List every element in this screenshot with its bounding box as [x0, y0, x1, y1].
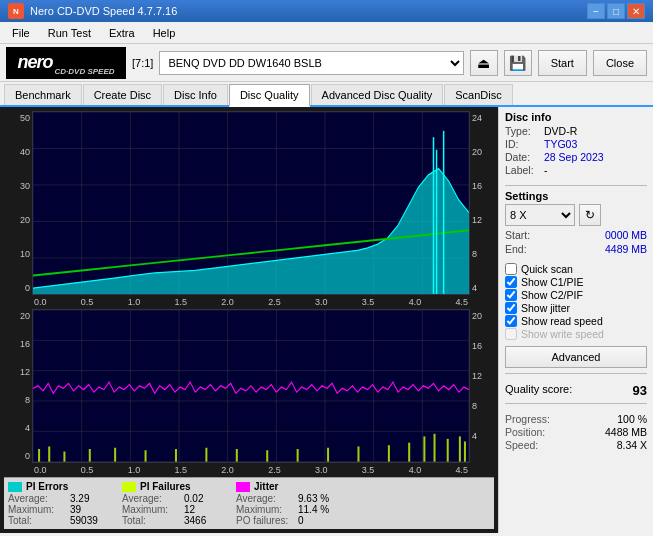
pif-max-value: 12 — [184, 504, 224, 515]
drive-label: [7:1] — [132, 57, 153, 69]
pif-total-value: 3466 — [184, 515, 224, 526]
tab-disc-quality[interactable]: Disc Quality — [229, 84, 310, 107]
show-write-speed-checkbox[interactable] — [505, 328, 517, 340]
pif-total-label: Total: — [122, 515, 184, 526]
pi-avg-label: Average: — [8, 493, 70, 504]
progress-label: Progress: — [505, 413, 550, 425]
show-jitter-label: Show jitter — [521, 302, 570, 314]
id-value: TYG03 — [544, 138, 577, 150]
save-icon-button[interactable]: 💾 — [504, 50, 532, 76]
quick-scan-row: Quick scan — [505, 263, 647, 275]
type-value: DVD-R — [544, 125, 577, 137]
svg-rect-55 — [464, 442, 466, 462]
quick-scan-checkbox[interactable] — [505, 263, 517, 275]
po-fail-label: PO failures: — [236, 515, 298, 526]
tab-bar: Benchmark Create Disc Disc Info Disc Qua… — [0, 82, 653, 107]
bottom-chart-svg — [33, 310, 469, 462]
jitter-color — [236, 482, 250, 492]
show-jitter-row: Show jitter — [505, 302, 647, 314]
position-value: 4488 MB — [605, 426, 647, 438]
svg-rect-47 — [327, 448, 329, 462]
close-button[interactable]: Close — [593, 50, 647, 76]
pi-errors-label: PI Errors — [26, 481, 68, 492]
menu-help[interactable]: Help — [145, 25, 184, 41]
menu-extra[interactable]: Extra — [101, 25, 143, 41]
settings-title: Settings — [505, 190, 647, 202]
svg-rect-50 — [408, 443, 410, 462]
progress-value: 100 % — [617, 413, 647, 425]
svg-rect-38 — [63, 452, 65, 462]
legend-bar: PI Errors Average: 3.29 Maximum: 39 Tota… — [4, 477, 494, 529]
toolbar: nero CD·DVD SPEED [7:1] BENQ DVD DD DW16… — [0, 44, 653, 82]
pi-errors-color — [8, 482, 22, 492]
title-bar: N Nero CD-DVD Speed 4.7.7.16 − □ ✕ — [0, 0, 653, 22]
show-c1pie-row: Show C1/PIE — [505, 276, 647, 288]
pi-max-label: Maximum: — [8, 504, 70, 515]
minimize-button[interactable]: − — [587, 3, 605, 19]
svg-rect-53 — [447, 439, 449, 462]
drive-selector[interactable]: BENQ DVD DD DW1640 BSLB — [159, 51, 463, 75]
id-label: ID: — [505, 138, 540, 150]
svg-rect-36 — [38, 449, 40, 462]
svg-rect-52 — [434, 434, 436, 462]
svg-rect-39 — [89, 449, 91, 462]
disc-info-section: Disc info Type: DVD-R ID: TYG03 Date: 28… — [505, 111, 647, 177]
disc-info-title: Disc info — [505, 111, 647, 123]
speed-value: 8.34 X — [617, 439, 647, 451]
pif-avg-value: 0.02 — [184, 493, 224, 504]
show-read-speed-checkbox[interactable] — [505, 315, 517, 327]
date-label: Date: — [505, 151, 540, 163]
pif-avg-label: Average: — [122, 493, 184, 504]
show-c2pif-checkbox[interactable] — [505, 289, 517, 301]
pif-max-label: Maximum: — [122, 504, 184, 515]
jitter-avg-label: Average: — [236, 493, 298, 504]
pi-failures-label: PI Failures — [140, 481, 191, 492]
show-write-speed-row: Show write speed — [505, 328, 647, 340]
svg-rect-40 — [114, 448, 116, 462]
disc-label-value: - — [544, 164, 548, 176]
svg-rect-43 — [205, 448, 207, 462]
tab-advanced-disc-quality[interactable]: Advanced Disc Quality — [311, 84, 444, 105]
eject-icon-button[interactable]: ⏏ — [470, 50, 498, 76]
tab-scandisc[interactable]: ScanDisc — [444, 84, 512, 105]
svg-rect-54 — [459, 437, 461, 462]
chart-area: 50 40 30 20 10 0 — [0, 107, 498, 533]
svg-rect-42 — [175, 449, 177, 462]
end-value: 4489 MB — [605, 243, 647, 255]
menu-file[interactable]: File — [4, 25, 38, 41]
speed-label: Speed: — [505, 439, 538, 451]
quality-score-value: 93 — [633, 383, 647, 398]
menu-run-test[interactable]: Run Test — [40, 25, 99, 41]
end-label: End: — [505, 243, 527, 255]
start-label: Start: — [505, 229, 530, 241]
quick-scan-label: Quick scan — [521, 263, 573, 275]
advanced-button[interactable]: Advanced — [505, 346, 647, 368]
tab-benchmark[interactable]: Benchmark — [4, 84, 82, 105]
svg-rect-37 — [48, 447, 50, 462]
refresh-button[interactable]: ↻ — [579, 204, 601, 226]
svg-rect-46 — [297, 449, 299, 462]
svg-rect-51 — [423, 437, 425, 462]
show-read-speed-row: Show read speed — [505, 315, 647, 327]
quality-score-row: Quality score: 93 — [505, 383, 647, 398]
progress-section: Progress: 100 % Position: 4488 MB Speed:… — [505, 413, 647, 452]
svg-rect-45 — [266, 451, 268, 462]
main-content: 50 40 30 20 10 0 — [0, 107, 653, 533]
speed-selector[interactable]: 8 X — [505, 204, 575, 226]
maximize-button[interactable]: □ — [607, 3, 625, 19]
show-jitter-checkbox[interactable] — [505, 302, 517, 314]
start-button[interactable]: Start — [538, 50, 587, 76]
settings-section: Settings 8 X ↻ Start: 0000 MB End: 4489 … — [505, 190, 647, 257]
tab-disc-info[interactable]: Disc Info — [163, 84, 228, 105]
tab-create-disc[interactable]: Create Disc — [83, 84, 162, 105]
close-window-button[interactable]: ✕ — [627, 3, 645, 19]
position-label: Position: — [505, 426, 545, 438]
checkboxes-section: Quick scan Show C1/PIE Show C2/PIF Show … — [505, 263, 647, 341]
show-c1pie-checkbox[interactable] — [505, 276, 517, 288]
pi-failures-color — [122, 482, 136, 492]
show-read-speed-label: Show read speed — [521, 315, 603, 327]
show-c2pif-row: Show C2/PIF — [505, 289, 647, 301]
show-c2pif-label: Show C2/PIF — [521, 289, 583, 301]
jitter-avg-value: 9.63 % — [298, 493, 348, 504]
pi-max-value: 39 — [70, 504, 110, 515]
